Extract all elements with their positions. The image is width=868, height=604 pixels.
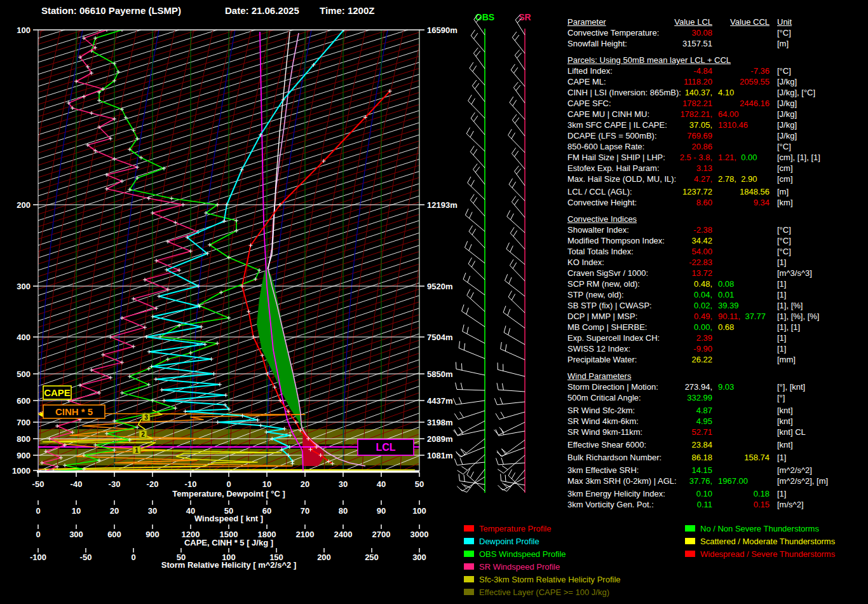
svg-text:Temperature, Dewpoint [ °C ]: Temperature, Dewpoint [ °C ] xyxy=(172,489,285,498)
svg-text:7504m: 7504m xyxy=(427,333,452,342)
table-row: 850-600 Lapse Rate:20.86[°C] xyxy=(567,141,866,152)
param-unit: [J/kg] xyxy=(777,120,797,130)
dewpoint-profile xyxy=(145,28,346,465)
svg-text:12193m: 12193m xyxy=(427,200,458,210)
param-value-lcl: 769.69 xyxy=(567,130,712,141)
svg-text:20: 20 xyxy=(301,479,309,489)
param-value-ccl: 2059.55 xyxy=(712,76,770,87)
table-row: CAPE MU | CINH MU:1782.21,64.00[J/kg] xyxy=(567,109,866,120)
param-unit: [°], [knt] xyxy=(777,381,805,392)
param-unit: [m] xyxy=(777,186,789,197)
table-row: Total Totals Index:54.00[°C] xyxy=(567,246,866,257)
table-row: CAPE SFC:1782.212446.16[J/kg] xyxy=(567,98,866,109)
param-unit: [J/kg], [°C] xyxy=(777,87,815,98)
table-header: ParameterValue LCLValue CCLUnit xyxy=(567,17,866,27)
svg-text:50: 50 xyxy=(415,479,424,489)
windspeed-axis: 0102030405060708090100Windspeed [ knt ] xyxy=(36,500,426,523)
legend-item-severity: No / Non Severe Thunderstorms xyxy=(685,524,835,537)
wind-barbs-obs: OBS xyxy=(453,12,494,493)
param-unit: [1] xyxy=(777,488,786,499)
col-value-ccl: Value CCL xyxy=(712,17,770,27)
param-value-ccl: 4.10 xyxy=(718,87,734,98)
svg-text:600: 600 xyxy=(17,396,31,406)
param-unit: [J/kg] xyxy=(777,109,797,120)
param-value-lcl: 0.10 xyxy=(567,488,712,499)
param-unit: [m^2/s^2], [m] xyxy=(777,476,828,486)
table-row: SR Wind Sfc-2km:4.87[knt] xyxy=(567,405,866,416)
legend-label: OBS Windspeed Profile xyxy=(479,549,566,559)
svg-text:70: 70 xyxy=(301,506,309,516)
param-value-lcl: 0.48, xyxy=(567,278,712,289)
svg-text:2100: 2100 xyxy=(296,530,315,539)
svg-text:900: 900 xyxy=(17,451,31,460)
param-value-lcl: 4.87 xyxy=(567,405,712,416)
param-unit: [knt] xyxy=(777,439,793,450)
title-bar: Station: 06610 Payerne (LSMP) Date: 21.0… xyxy=(0,5,438,19)
param-unit: [°C] xyxy=(777,246,791,257)
table-row: Precipitable Water:26.22[mm] xyxy=(567,354,866,365)
svg-text:Windspeed [ knt ]: Windspeed [ knt ] xyxy=(194,514,263,523)
param-value-lcl: 20.86 xyxy=(567,141,712,152)
col-value-lcl: Value LCL xyxy=(567,17,712,27)
svg-text:-100: -100 xyxy=(30,553,46,562)
svg-text:LCL: LCL xyxy=(376,442,395,453)
param-unit: [m] xyxy=(777,38,789,49)
param-value-ccl: 1967.00 xyxy=(718,476,748,486)
legend-swatch-icon xyxy=(685,525,695,532)
table-row: Lifted Index:-4.84-7.36[°C] xyxy=(567,65,866,76)
svg-text:3198m: 3198m xyxy=(427,418,452,427)
param-value-lcl: 14.15 xyxy=(567,465,712,476)
param-value-ccl: 9.03 xyxy=(718,381,734,392)
param-value-lcl: 37.76, xyxy=(567,476,712,486)
param-value-ccl: 2446.16 xyxy=(712,98,770,109)
cape-axis: 03006009001200150018002100240027003000CA… xyxy=(36,525,428,547)
param-unit: [1] xyxy=(777,343,786,354)
lcl-label: LCL xyxy=(358,439,414,455)
param-unit: [cm] xyxy=(777,163,793,174)
param-value-lcl: 26.22 xyxy=(567,354,712,365)
legend-swatch-icon xyxy=(464,576,474,582)
legend-item-profile: OBS Windspeed Profile xyxy=(464,549,621,562)
param-unit: [knt] CL xyxy=(777,427,806,437)
param-value-lcl: 8.60 xyxy=(567,197,712,208)
svg-text:400: 400 xyxy=(17,333,31,342)
param-unit: [cm] xyxy=(777,174,793,184)
svg-text:0: 0 xyxy=(131,553,135,562)
param-value-lcl: -2.38 xyxy=(567,224,712,235)
param-value-ccl: 1.21, 0.00 xyxy=(718,152,757,163)
table-row: SR Wind 4km-6km:4.95[knt] xyxy=(567,416,866,427)
param-value-lcl: 273.94, xyxy=(567,381,712,392)
svg-text:-40: -40 xyxy=(71,479,83,489)
legend-label: Widespread / Severe Thunderstorms xyxy=(700,549,835,559)
table-row: Modified Thompson Index:34.42[°C] xyxy=(567,235,866,246)
svg-text:-50: -50 xyxy=(80,553,92,562)
legend-swatch-icon xyxy=(685,538,695,544)
svg-text:10: 10 xyxy=(262,479,271,489)
svg-text:800: 800 xyxy=(17,434,31,444)
table-row: Snowfall Height:3157.51[m] xyxy=(567,38,866,49)
svg-text:9520m: 9520m xyxy=(427,282,452,291)
param-unit: [°C] xyxy=(777,27,791,38)
param-value-lcl: 1237.72 xyxy=(567,186,712,197)
param-unit: [km] xyxy=(777,197,793,208)
table-row: CINH | LSI (Inversion: 865mB):140.37,4.1… xyxy=(567,87,866,98)
svg-text:4437m: 4437m xyxy=(427,396,452,406)
svg-text:0: 0 xyxy=(226,479,231,489)
sr-column-label: SR xyxy=(519,12,531,22)
time-title: Time: 1200Z xyxy=(320,5,374,16)
svg-text:-50: -50 xyxy=(32,479,44,489)
table-row: 3km SFC CAPE | IL CAPE:37.05,1310.46[J/k… xyxy=(567,120,866,130)
param-value-lcl: 13.72 xyxy=(567,268,712,278)
param-value-ccl: 0.18 xyxy=(712,488,770,499)
table-row: MB Comp | SHERBE:0.00,0.68[1], [1] xyxy=(567,322,866,333)
table-row: Showalter Index:-2.38[°C] xyxy=(567,224,866,235)
param-unit: [1] xyxy=(777,289,786,300)
param-value-lcl: 1782.21 xyxy=(567,98,712,109)
legend-item-severity: Scattered / Moderate Thunderstorms xyxy=(685,537,835,549)
param-unit: [1] xyxy=(777,257,786,268)
param-unit: [1], [%] xyxy=(777,300,803,311)
param-value-ccl: -7.36 xyxy=(712,65,770,76)
param-value-lcl: 1782.21, xyxy=(567,109,712,120)
svg-text:60: 60 xyxy=(262,506,271,516)
legend-item-profile: Effective Layer (CAPE >= 100 J/kg) xyxy=(464,587,621,600)
